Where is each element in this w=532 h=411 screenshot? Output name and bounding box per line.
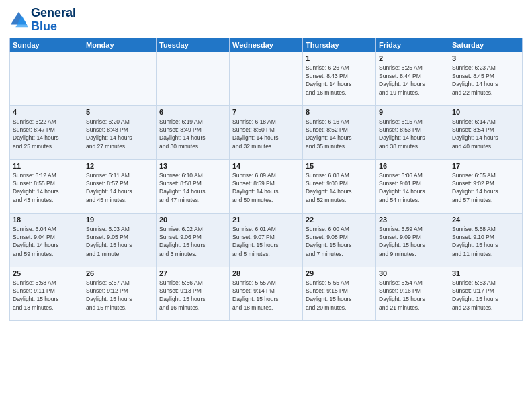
day-info: Sunrise: 5:56 AMSunset: 9:13 PMDaylight:…	[159, 279, 226, 312]
weekday-header: Saturday	[449, 38, 523, 52]
weekday-header: Thursday	[303, 38, 376, 52]
calendar-header: SundayMondayTuesdayWednesdayThursdayFrid…	[10, 38, 523, 52]
calendar-cell: 19Sunrise: 6:03 AMSunset: 9:05 PMDayligh…	[83, 213, 157, 267]
calendar-cell	[157, 52, 230, 105]
calendar-cell: 2Sunrise: 6:25 AMSunset: 8:44 PMDaylight…	[376, 52, 449, 105]
day-info: Sunrise: 6:14 AMSunset: 8:54 PMDaylight:…	[452, 118, 519, 150]
logo-icon	[9, 11, 28, 30]
calendar-cell: 16Sunrise: 6:06 AMSunset: 9:01 PMDayligh…	[376, 159, 449, 213]
day-number: 4	[13, 108, 80, 116]
calendar-body: 1Sunrise: 6:26 AMSunset: 8:43 PMDaylight…	[10, 52, 523, 320]
calendar-cell: 21Sunrise: 6:01 AMSunset: 9:07 PMDayligh…	[230, 213, 303, 267]
calendar-cell: 25Sunrise: 5:58 AMSunset: 9:11 PMDayligh…	[10, 267, 83, 320]
calendar-cell: 11Sunrise: 6:12 AMSunset: 8:55 PMDayligh…	[10, 159, 83, 213]
calendar-cell: 5Sunrise: 6:20 AMSunset: 8:48 PMDaylight…	[83, 105, 157, 159]
day-info: Sunrise: 6:25 AMSunset: 8:44 PMDaylight:…	[379, 64, 446, 97]
day-number: 18	[13, 216, 80, 224]
calendar-cell: 13Sunrise: 6:10 AMSunset: 8:58 PMDayligh…	[157, 159, 230, 213]
calendar-cell	[10, 52, 83, 105]
calendar-cell: 24Sunrise: 5:58 AMSunset: 9:10 PMDayligh…	[449, 213, 523, 267]
day-info: Sunrise: 5:53 AMSunset: 9:17 PMDaylight:…	[452, 279, 519, 312]
calendar-cell: 15Sunrise: 6:08 AMSunset: 9:00 PMDayligh…	[303, 159, 376, 213]
day-number: 6	[159, 108, 226, 116]
calendar-cell: 26Sunrise: 5:57 AMSunset: 9:12 PMDayligh…	[83, 267, 157, 320]
day-number: 17	[452, 162, 519, 170]
day-info: Sunrise: 6:03 AMSunset: 9:05 PMDaylight:…	[86, 225, 153, 258]
day-info: Sunrise: 5:55 AMSunset: 9:14 PMDaylight:…	[232, 279, 300, 312]
day-number: 8	[306, 108, 373, 116]
day-number: 1	[306, 54, 373, 62]
day-number: 3	[452, 54, 519, 62]
day-info: Sunrise: 6:23 AMSunset: 8:45 PMDaylight:…	[452, 64, 519, 97]
calendar-cell: 29Sunrise: 5:55 AMSunset: 9:15 PMDayligh…	[303, 267, 376, 320]
logo-general: General	[31, 7, 76, 20]
weekday-header: Monday	[83, 38, 157, 52]
day-number: 14	[232, 162, 300, 170]
day-number: 30	[379, 269, 446, 277]
day-info: Sunrise: 6:12 AMSunset: 8:55 PMDaylight:…	[13, 171, 80, 204]
day-number: 22	[306, 216, 373, 224]
weekday-row: SundayMondayTuesdayWednesdayThursdayFrid…	[10, 38, 523, 52]
calendar-cell: 28Sunrise: 5:55 AMSunset: 9:14 PMDayligh…	[230, 267, 303, 320]
logo-blue: Blue	[31, 20, 76, 34]
header: General Blue	[9, 7, 523, 34]
calendar-cell: 30Sunrise: 5:54 AMSunset: 9:16 PMDayligh…	[376, 267, 449, 320]
day-info: Sunrise: 6:09 AMSunset: 8:59 PMDaylight:…	[232, 171, 300, 204]
weekday-header: Sunday	[10, 38, 83, 52]
calendar-cell: 9Sunrise: 6:15 AMSunset: 8:53 PMDaylight…	[376, 105, 449, 159]
weekday-header: Wednesday	[230, 38, 303, 52]
day-info: Sunrise: 6:11 AMSunset: 8:57 PMDaylight:…	[86, 171, 153, 204]
day-number: 2	[379, 54, 446, 62]
calendar-week-row: 25Sunrise: 5:58 AMSunset: 9:11 PMDayligh…	[10, 267, 523, 320]
day-number: 21	[232, 216, 300, 224]
day-number: 24	[452, 216, 519, 224]
calendar-cell: 4Sunrise: 6:22 AMSunset: 8:47 PMDaylight…	[10, 105, 83, 159]
day-info: Sunrise: 6:01 AMSunset: 9:07 PMDaylight:…	[232, 225, 300, 258]
calendar-cell: 14Sunrise: 6:09 AMSunset: 8:59 PMDayligh…	[230, 159, 303, 213]
day-info: Sunrise: 6:00 AMSunset: 9:08 PMDaylight:…	[306, 225, 373, 258]
calendar-cell: 22Sunrise: 6:00 AMSunset: 9:08 PMDayligh…	[303, 213, 376, 267]
day-info: Sunrise: 6:19 AMSunset: 8:49 PMDaylight:…	[159, 118, 226, 150]
day-number: 7	[232, 108, 300, 116]
day-info: Sunrise: 6:26 AMSunset: 8:43 PMDaylight:…	[306, 64, 373, 97]
calendar-week-row: 18Sunrise: 6:04 AMSunset: 9:04 PMDayligh…	[10, 213, 523, 267]
calendar-week-row: 11Sunrise: 6:12 AMSunset: 8:55 PMDayligh…	[10, 159, 523, 213]
calendar-week-row: 1Sunrise: 6:26 AMSunset: 8:43 PMDaylight…	[10, 52, 523, 105]
day-number: 5	[86, 108, 153, 116]
calendar-cell: 18Sunrise: 6:04 AMSunset: 9:04 PMDayligh…	[10, 213, 83, 267]
day-number: 16	[379, 162, 446, 170]
day-number: 12	[86, 162, 153, 170]
day-number: 10	[452, 108, 519, 116]
calendar-cell: 20Sunrise: 6:02 AMSunset: 9:06 PMDayligh…	[157, 213, 230, 267]
day-info: Sunrise: 6:08 AMSunset: 9:00 PMDaylight:…	[306, 171, 373, 204]
calendar-cell: 17Sunrise: 6:05 AMSunset: 9:02 PMDayligh…	[449, 159, 523, 213]
day-info: Sunrise: 6:20 AMSunset: 8:48 PMDaylight:…	[86, 118, 153, 150]
day-info: Sunrise: 6:04 AMSunset: 9:04 PMDaylight:…	[13, 225, 80, 258]
day-info: Sunrise: 5:58 AMSunset: 9:10 PMDaylight:…	[452, 225, 519, 258]
logo: General Blue	[9, 7, 76, 34]
page: General Blue SundayMondayTuesdayWednesda…	[0, 0, 532, 411]
calendar-cell: 23Sunrise: 5:59 AMSunset: 9:09 PMDayligh…	[376, 213, 449, 267]
day-number: 13	[159, 162, 226, 170]
day-info: Sunrise: 6:22 AMSunset: 8:47 PMDaylight:…	[13, 118, 80, 150]
day-info: Sunrise: 6:05 AMSunset: 9:02 PMDaylight:…	[452, 171, 519, 204]
day-info: Sunrise: 6:15 AMSunset: 8:53 PMDaylight:…	[379, 118, 446, 150]
day-info: Sunrise: 6:16 AMSunset: 8:52 PMDaylight:…	[306, 118, 373, 150]
day-number: 27	[159, 269, 226, 277]
day-info: Sunrise: 6:06 AMSunset: 9:01 PMDaylight:…	[379, 171, 446, 204]
day-info: Sunrise: 5:59 AMSunset: 9:09 PMDaylight:…	[379, 225, 446, 258]
day-info: Sunrise: 5:54 AMSunset: 9:16 PMDaylight:…	[379, 279, 446, 312]
day-number: 11	[13, 162, 80, 170]
calendar-cell: 27Sunrise: 5:56 AMSunset: 9:13 PMDayligh…	[157, 267, 230, 320]
calendar-cell: 12Sunrise: 6:11 AMSunset: 8:57 PMDayligh…	[83, 159, 157, 213]
day-info: Sunrise: 5:57 AMSunset: 9:12 PMDaylight:…	[86, 279, 153, 312]
day-number: 28	[232, 269, 300, 277]
calendar-cell: 31Sunrise: 5:53 AMSunset: 9:17 PMDayligh…	[449, 267, 523, 320]
day-info: Sunrise: 6:10 AMSunset: 8:58 PMDaylight:…	[159, 171, 226, 204]
calendar-week-row: 4Sunrise: 6:22 AMSunset: 8:47 PMDaylight…	[10, 105, 523, 159]
day-info: Sunrise: 6:18 AMSunset: 8:50 PMDaylight:…	[232, 118, 300, 150]
day-number: 15	[306, 162, 373, 170]
calendar-cell: 3Sunrise: 6:23 AMSunset: 8:45 PMDaylight…	[449, 52, 523, 105]
calendar: SundayMondayTuesdayWednesdayThursdayFrid…	[9, 38, 523, 321]
calendar-cell: 1Sunrise: 6:26 AMSunset: 8:43 PMDaylight…	[303, 52, 376, 105]
